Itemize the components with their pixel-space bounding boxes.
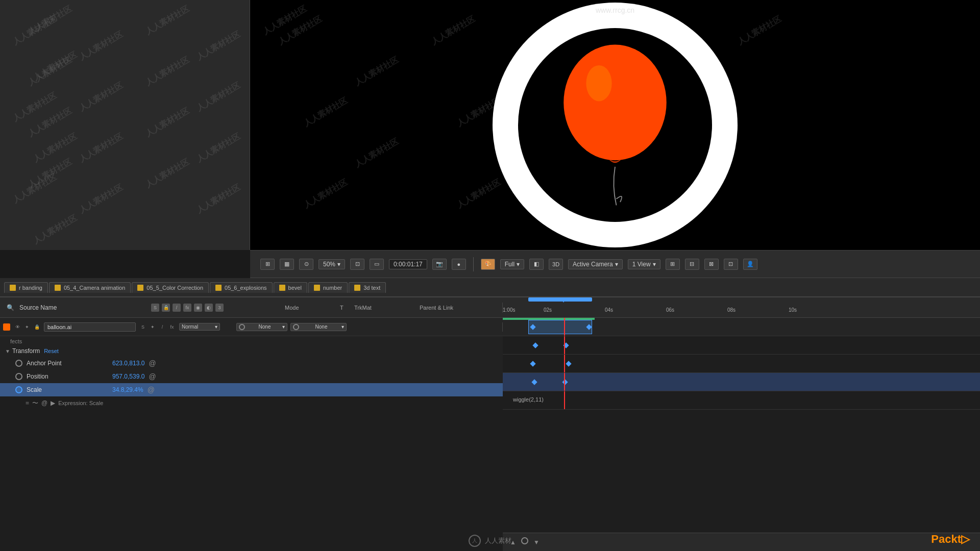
layer-switch-icons: S 🔒 / fx ◉ ◐ 3 [151,304,277,312]
view-dropdown[interactable]: 1 View ▾ [628,259,660,269]
keyframe-nav-diamond[interactable] [521,537,528,544]
fit-btn[interactable]: ⊡ [350,259,364,270]
parent-col-header: Parent & Link [415,305,497,311]
tab-bevel[interactable]: bevel [274,282,307,293]
wiggle-expression-text: wiggle(2,11) [513,396,544,403]
blend-mode-btn[interactable]: ◧ [529,259,544,270]
grid-btn[interactable]: ▦ [280,259,294,270]
layer-color-dot[interactable] [3,323,10,331]
scale-spiral[interactable]: @ [148,386,155,394]
tab-3d-text-label: 3d text [363,285,380,291]
tab-3d-text[interactable]: 3d text [349,282,386,293]
trkmat-dropdown[interactable]: None ▾ [236,323,287,331]
nav-down-icon[interactable]: ▼ [531,537,542,547]
tab-number[interactable]: number [308,282,348,293]
anchor-point-label: Anchor Point [27,360,108,367]
anchor-point-value[interactable]: 623.0,813.0 [112,360,144,367]
scale-kf-2[interactable] [562,379,568,385]
anchor-kf-1[interactable] [532,342,538,348]
tab-explosions[interactable]: 05_6_explosions [210,282,273,293]
label-icon[interactable]: / [173,304,181,312]
anchor-point-stopwatch[interactable] [15,360,22,367]
tab-3d-text-icon [354,285,360,291]
tab-camera-animation[interactable]: 05_4_Camera animation [49,282,131,293]
motion-blur-icon[interactable]: ◉ [194,304,202,312]
layer-panel-header: 🔍 Source Name S 🔒 / fx ◉ ◐ 3 Mode T TrkM… [0,303,503,313]
position-value[interactable]: 957.0,539.0 [112,373,144,380]
mode-value: Normal [182,324,198,330]
camera-snap-btn[interactable]: 📷 [432,259,447,270]
layout-btn1[interactable]: ⊞ [666,259,680,270]
t-col-header: T [336,305,346,311]
tab-number-icon [314,285,320,291]
3d-layer-icon[interactable]: 3 [215,304,224,312]
scale-stopwatch[interactable] [15,386,22,393]
layer-property-icons: S ✦ / fx [139,323,176,331]
transform-collapse-icon[interactable]: ▼ [5,348,10,354]
anchor-point-spiral[interactable]: @ [149,359,156,367]
transform-label: Transform [12,347,40,355]
watermark-circle-icon: 人 [469,535,481,547]
expression-cycle-icon[interactable]: @ [41,399,47,407]
time-ruler[interactable]: 1:00s 02s 04s 06s 08s 10s [503,297,980,318]
time-display[interactable]: 0:00:01:17 [389,259,427,269]
layer-solo-btn[interactable]: ✦ [23,323,31,331]
color-btn[interactable]: 🎨 [481,259,495,270]
pos-kf-2[interactable] [566,361,571,366]
tab-color-correction[interactable]: 05_5_Color Correction [132,282,209,293]
expression-scale-row: = 〜 @ ▶ Expression: Scale [0,396,503,410]
parent-dropdown[interactable]: None ▾ [290,323,347,331]
layer-visibility-btn[interactable]: 👁 [13,323,21,331]
layout-btn4[interactable]: ⊡ [724,259,738,270]
lock-icon[interactable]: 🔒 [162,304,170,312]
playhead-line-expr [564,391,565,409]
expression-equals-icon[interactable]: = [26,399,29,407]
layer-icon-fx2[interactable]: ✦ [149,323,157,331]
quality-dropdown[interactable]: Full ▾ [500,259,524,269]
position-spiral[interactable]: @ [149,372,156,381]
zoom-control[interactable]: 50% ▾ [318,259,345,269]
tab-r-banding[interactable]: r banding [4,282,48,293]
region-btn[interactable]: ▭ [370,259,384,270]
safe-zone-btn[interactable]: ⊙ [299,259,313,270]
layer-visibility-controls: 👁 ✦ 🔒 [13,323,41,331]
circle-inner [518,28,712,222]
playhead-line-anchor [564,336,565,354]
mode-dropdown[interactable]: Normal ▾ [179,323,220,331]
render-btn[interactable]: ● [452,259,466,270]
playhead-line-position [564,355,565,372]
layout-btn5[interactable]: 👤 [743,259,757,270]
effects-section-title: fects [0,336,503,345]
position-stopwatch[interactable] [15,373,22,380]
adjustment-icon[interactable]: ◐ [205,304,213,312]
layout-btn2[interactable]: ⊟ [685,259,699,270]
composition-tab-bar: r banding 05_4_Camera animation 05_5_Col… [0,278,980,297]
layer-icon-fx3[interactable]: fx [168,323,176,331]
search-icon[interactable]: 🔍 [5,303,15,313]
layer-icon-slash[interactable]: / [158,323,166,331]
solo-switch-icon[interactable]: S [151,304,159,312]
layer-icon-solo2[interactable]: S [139,323,147,331]
scale-track [503,373,980,391]
composition-mini-btn[interactable]: ⊞ [260,259,275,270]
fx-icon[interactable]: fx [183,304,191,312]
reset-button[interactable]: Reset [44,348,59,354]
scale-kf-1[interactable] [531,379,537,385]
bottom-watermark-text: 人人素材 [485,536,511,545]
packt-logo: Packt▷ [931,533,970,546]
expression-play-icon[interactable]: ▶ [51,399,55,407]
layer-track-row [503,318,980,336]
expression-wave-icon[interactable]: 〜 [32,399,38,408]
balloon-svg [549,38,681,212]
camera-dropdown[interactable]: Active Camera ▾ [568,259,623,269]
layer-name-field[interactable] [44,322,136,332]
pos-kf-1[interactable] [530,361,535,366]
layer-lock-btn[interactable]: 🔒 [33,323,41,331]
playhead-line-1 [564,318,565,336]
properties-panel: fects ▼ Transform Reset Anchor Point 623… [0,336,503,410]
3d-btn[interactable]: 3D [549,259,563,270]
balloon-layer-controls: 👁 ✦ 🔒 S ✦ / fx Normal ▾ No [0,322,503,332]
mode-arrow: ▾ [215,324,217,330]
scale-value[interactable]: 34.8,29.4% [112,386,143,393]
layout-btn3[interactable]: ⊠ [704,259,719,270]
